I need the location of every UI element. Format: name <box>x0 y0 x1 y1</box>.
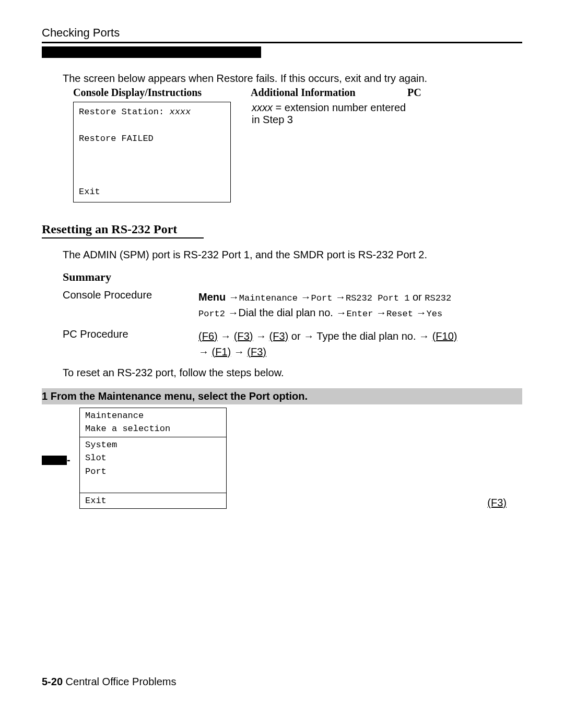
section-title: Checking Ports <box>42 26 522 40</box>
f3-key: (F3) <box>487 497 522 509</box>
pc-procedure-row: PC Procedure (F6) → (F3) → (F3) or → Typ… <box>63 328 522 360</box>
maintenance-box: Maintenance Make a selection System Slot… <box>79 408 227 509</box>
arrow: → <box>226 291 239 303</box>
enter: Enter <box>346 309 373 319</box>
m-l5: Port <box>85 465 221 479</box>
pointer-dash: - <box>67 456 70 465</box>
f6: (F6) <box>198 330 218 342</box>
additional-info: xxxx = extension number entered in Step … <box>252 102 406 126</box>
reset-text: To reset an RS-232 port, follow the step… <box>63 367 522 379</box>
m2: Port <box>311 293 333 303</box>
f3b: (F3) <box>269 330 289 342</box>
type: Type the dial plan no. <box>316 330 416 342</box>
m-l2: Make a selection <box>85 422 221 436</box>
f10: (F10) <box>432 330 457 342</box>
m3b: RS232 <box>425 293 451 303</box>
header-pc: PC <box>407 87 449 99</box>
column-headers: Console Display/Instructions Additional … <box>73 87 522 99</box>
arrow: → <box>336 307 346 318</box>
console-line1b: xxxx <box>169 107 191 117</box>
f1: (F1) <box>212 346 231 357</box>
f3a: (F3) <box>234 330 253 342</box>
admin-text: The ADMIN (SPM) port is RS-232 Port 1, a… <box>63 249 522 261</box>
console-procedure-content: Menu →Maintenance →Port →RS232 Port 1 or… <box>198 289 522 321</box>
arrow: → <box>228 307 239 318</box>
heading-underline <box>42 237 204 238</box>
summary-heading: Summary <box>63 270 522 284</box>
resetting-heading: Resetting an RS-232 Port <box>42 222 522 236</box>
arrow: → <box>335 291 346 303</box>
arrow: → <box>376 307 386 318</box>
arrow: → <box>301 291 311 303</box>
port2: Port2 <box>198 309 225 319</box>
console-procedure-label: Console Procedure <box>63 289 198 321</box>
m-l3: System <box>85 438 221 452</box>
step1-row: - Maintenance Make a selection System Sl… <box>42 408 522 509</box>
footer: 5-20 Central Office Problems <box>42 676 522 688</box>
info-xxxx: xxxx <box>252 102 273 113</box>
header-display: Console Display/Instructions <box>73 87 251 99</box>
dial: Dial the dial plan no. <box>239 307 333 318</box>
menu-bold: Menu <box>198 291 226 303</box>
pointer-tab <box>42 456 67 465</box>
pc-or: or → <box>288 330 316 342</box>
m3: RS232 Port 1 <box>346 293 409 303</box>
info-line2: in Step 3 <box>252 114 406 126</box>
f3c: (F3) <box>247 346 266 357</box>
m-exit: Exit <box>85 494 221 508</box>
reset: Reset <box>386 309 413 319</box>
header-info: Additional Information <box>251 87 407 99</box>
m-l1: Maintenance <box>85 409 221 423</box>
step1-title: 1 From the Maintenance menu, select the … <box>42 388 522 404</box>
console-line1a: Restore Station: <box>79 107 169 117</box>
console-exit: Exit <box>79 187 100 197</box>
arrow: → <box>416 307 427 318</box>
pc-procedure-content: (F6) → (F3) → (F3) or → Type the dial pl… <box>198 328 522 360</box>
console-line2: Restore FAILED <box>79 134 154 144</box>
m-l4: Slot <box>85 451 221 465</box>
pc-procedure-label: PC Procedure <box>63 328 198 360</box>
or: or <box>409 291 425 303</box>
m1: Maintenance <box>239 293 298 303</box>
black-bar <box>42 46 261 58</box>
info-rest: = extension number entered <box>273 102 406 113</box>
intro-text: The screen below appears when Restore fa… <box>63 73 522 85</box>
console-procedure-row: Console Procedure Menu →Maintenance →Por… <box>63 289 522 321</box>
console-box-restore: Restore Station: xxxx Restore FAILED Exi… <box>73 102 231 202</box>
page-number: 5-20 <box>42 676 63 687</box>
pointer: - <box>42 408 79 486</box>
console-display-row: Restore Station: xxxx Restore FAILED Exi… <box>73 102 522 202</box>
footer-text: Central Office Problems <box>63 676 177 687</box>
rule <box>42 42 522 43</box>
yes: Yes <box>427 309 443 319</box>
